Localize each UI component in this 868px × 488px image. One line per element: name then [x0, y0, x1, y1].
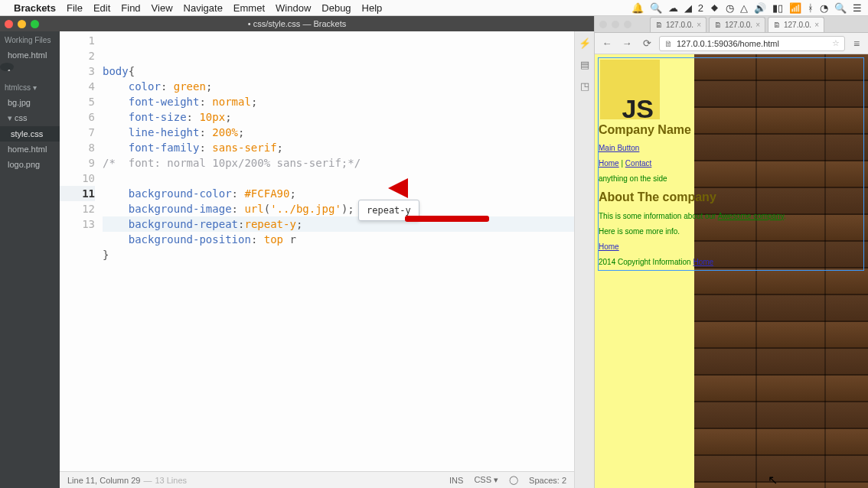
adobe-icon[interactable]: ◢ — [684, 2, 692, 14]
tree-item-home[interactable]: home.html — [0, 142, 60, 157]
url-text: 127.0.0.1:59036/home.html — [677, 39, 779, 48]
sync-icon[interactable]: ◷ — [726, 2, 734, 14]
plugin-icon[interactable]: ◳ — [578, 79, 592, 93]
line-count: 13 Lines — [155, 476, 187, 485]
wifi-icon[interactable]: 📶 — [789, 2, 801, 14]
insert-mode[interactable]: INS — [449, 476, 463, 485]
drive-icon[interactable]: △ — [740, 2, 748, 14]
spotlight-icon[interactable]: 🔍 — [834, 2, 847, 14]
browser-close-button[interactable] — [599, 21, 607, 28]
browser-viewport: JS Company Name Main Button Home | Conta… — [595, 54, 868, 488]
status-bar: Line 11, Column 29 — 13 Lines INS CSS ▾ … — [60, 471, 574, 488]
working-file-home[interactable]: home.html — [0, 47, 60, 63]
search-icon[interactable]: 🔍 — [650, 2, 662, 14]
bookmark-icon[interactable]: ☆ — [832, 38, 840, 48]
company-name-heading: Company Name — [599, 122, 863, 138]
app-name[interactable]: Brackets — [14, 2, 56, 14]
tree-item-style[interactable]: style.css — [0, 126, 60, 142]
browser-tab-3[interactable]: 🗎127.0.0.× — [768, 17, 824, 32]
menu-file[interactable]: File — [67, 2, 83, 14]
browser-minimize-button[interactable] — [612, 21, 619, 28]
working-files-header: Working Files — [0, 31, 60, 47]
reload-button[interactable]: ⟳ — [639, 37, 654, 49]
menu-view[interactable]: View — [152, 2, 173, 14]
browser-menu-icon[interactable]: ≡ — [850, 37, 863, 50]
window-titlebar: • css/style.css — Brackets — [0, 16, 594, 31]
menu-window[interactable]: Window — [276, 2, 311, 14]
inline-company-link[interactable]: Awesome company — [718, 212, 784, 220]
close-tab-icon[interactable]: × — [755, 21, 760, 29]
tree-item-bg[interactable]: bg.jpg — [0, 95, 60, 110]
browser-toolbar: ← → ⟳ 🗎 127.0.0.1:59036/home.html ☆ ≡ — [595, 33, 868, 54]
project-header[interactable]: htmlcss ▾ — [0, 79, 60, 95]
tree-item-logo[interactable]: logo.png — [0, 157, 60, 172]
brackets-window: • css/style.css — Brackets Working Files… — [0, 16, 594, 488]
more-info-text: Here is some more info. — [599, 224, 863, 239]
bell-icon[interactable]: 🔔 — [631, 2, 644, 14]
working-file-style[interactable]: style.css — [0, 63, 14, 71]
close-tab-icon[interactable]: × — [697, 21, 701, 29]
volume-icon[interactable]: 🔊 — [754, 2, 766, 14]
browser-zoom-button[interactable] — [624, 21, 631, 28]
clock-icon[interactable]: ◔ — [820, 2, 828, 14]
page-icon: 🗎 — [773, 21, 781, 29]
brackets-sidebar: Working Files home.html style.css htmlcs… — [0, 31, 60, 488]
close-window-button[interactable] — [5, 20, 13, 28]
copyright-home-link[interactable]: Home — [693, 258, 713, 266]
indentation-setting[interactable]: Spaces: 2 — [529, 476, 566, 485]
about-heading: About The company — [599, 189, 863, 206]
window-title: • css/style.css — Brackets — [248, 19, 347, 28]
browser-tab-1[interactable]: 🗎127.0.0.× — [650, 17, 706, 32]
dropbox-icon[interactable]: ⯁ — [710, 2, 720, 14]
autocomplete-popup[interactable]: repeat-y — [358, 200, 419, 221]
nav-contact-link[interactable]: Contact — [625, 159, 651, 168]
language-mode[interactable]: CSS ▾ — [474, 475, 498, 485]
menu-edit[interactable]: Edit — [93, 2, 110, 14]
copyright-text: 2014 Copyright Information Home — [599, 255, 863, 270]
browser-tab-2[interactable]: 🗎127.0.0.× — [709, 17, 765, 32]
back-button[interactable]: ← — [599, 37, 615, 49]
browser-tab-strip: 🗎127.0.0.× 🗎127.0.0.× 🗎127.0.0.× — [595, 16, 868, 33]
tree-folder-css[interactable]: css — [0, 110, 60, 126]
live-preview-icon[interactable]: ⚡ — [578, 36, 592, 50]
menu-emmet[interactable]: Emmet — [233, 2, 265, 14]
menu-extra-icon[interactable]: ☰ — [853, 2, 862, 14]
editor-area[interactable]: 12345678910111213 body{ color: green; fo… — [60, 31, 574, 488]
about-text: This is some information about our Aweso… — [599, 209, 863, 224]
main-button-link[interactable]: Main Button — [599, 144, 639, 152]
two-icon[interactable]: 2 — [698, 2, 703, 14]
menu-find[interactable]: Find — [121, 2, 140, 14]
js-logo: JS — [600, 60, 660, 119]
extensions-icon[interactable]: ▤ — [578, 57, 592, 71]
cloud-icon[interactable]: ☁ — [668, 2, 678, 14]
bluetooth-icon[interactable]: ᚼ — [808, 2, 814, 14]
menu-help[interactable]: Help — [362, 2, 383, 14]
close-tab-icon[interactable]: × — [814, 21, 819, 29]
page-content: JS Company Name Main Button Home | Conta… — [595, 54, 867, 274]
address-bar[interactable]: 🗎 127.0.0.1:59036/home.html ☆ — [659, 36, 845, 51]
mac-menu-bar: Brackets File Edit Find View Navigate Em… — [0, 0, 868, 16]
brackets-right-rail: ⚡ ▤ ◳ — [574, 31, 594, 488]
line-number-gutter: 12345678910111213 — [60, 33, 103, 471]
forward-button[interactable]: → — [619, 37, 635, 49]
live-preview-highlight: JS Company Name Main Button Home | Conta… — [598, 57, 864, 271]
browser-window: 🗎127.0.0.× 🗎127.0.0.× 🗎127.0.0.× ← → ⟳ 🗎… — [594, 16, 868, 488]
aside-text: anything on the side — [599, 171, 863, 187]
footer-home-link[interactable]: Home — [599, 242, 619, 251]
menu-navigate[interactable]: Navigate — [184, 2, 223, 14]
cursor-position: Line 11, Column 29 — [67, 476, 140, 485]
page-icon: 🗎 — [714, 21, 722, 29]
zoom-window-button[interactable] — [31, 20, 39, 28]
site-info-icon[interactable]: 🗎 — [664, 39, 673, 48]
minimize-window-button[interactable] — [18, 20, 26, 28]
status-spinner-icon: ◯ — [509, 475, 518, 485]
menu-debug[interactable]: Debug — [321, 2, 351, 14]
nav-home-link[interactable]: Home — [599, 159, 619, 168]
battery-icon[interactable]: ▮▯ — [772, 2, 783, 14]
code-text[interactable]: body{ color: green; font-weight: normal;… — [103, 33, 574, 471]
page-icon: 🗎 — [655, 21, 663, 29]
system-tray: 🔔 🔍 ☁ ◢ 2 ⯁ ◷ △ 🔊 ▮▯ 📶 ᚼ ◔ 🔍 ☰ — [631, 2, 862, 14]
